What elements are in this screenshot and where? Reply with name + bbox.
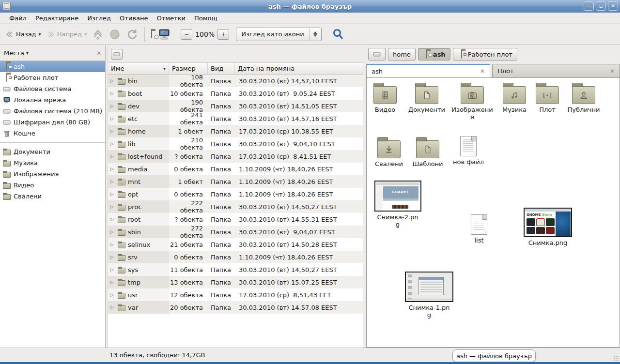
table-row-opt[interactable]: ▷opt0 обектаПапка1.10.2009 (чт) 18,40,26… bbox=[108, 188, 363, 200]
icon-item-нов файл[interactable]: нов файл bbox=[447, 136, 490, 166]
table-row-var[interactable]: ▷var20 обектаПапка30.03.2010 (вт) 14,57,… bbox=[108, 301, 363, 314]
table-row-etc[interactable]: ▷etc241 обектаПапка30.03.2010 (вт) 14,57… bbox=[108, 112, 363, 125]
expander-icon[interactable]: ▷ bbox=[110, 292, 115, 297]
expander-icon[interactable]: ▷ bbox=[110, 104, 115, 108]
tree-root-button[interactable] bbox=[111, 49, 123, 60]
icon-item-Снимка-1.png[interactable]: Снимка-1.png bbox=[403, 272, 455, 318]
icon-item-Свалени[interactable]: Свалени bbox=[370, 136, 408, 167]
table-row-mnt[interactable]: ▷mnt1 обектПапка1.10.2009 (чт) 18,40,26 … bbox=[108, 175, 363, 188]
table-row-sys[interactable]: ▷sys11 обектаПапка30.03.2010 (вт) 14,50,… bbox=[108, 263, 363, 276]
breadcrumb-home[interactable]: home bbox=[388, 48, 416, 61]
icon-item-Плот[interactable]: Плот bbox=[528, 82, 566, 113]
close-button[interactable]: ✕ bbox=[608, 1, 618, 11]
sidebar-item-Изображения[interactable]: Изображения bbox=[0, 168, 105, 180]
table-row-bin[interactable]: ▷bin108 обектаПапка30.03.2010 (вт) 14,57… bbox=[108, 75, 363, 87]
tab-ash[interactable]: ash✕ bbox=[366, 64, 490, 77]
forward-button[interactable]: Напред ▾ bbox=[44, 28, 90, 41]
up-button[interactable] bbox=[90, 26, 106, 43]
breadcrumb-ash[interactable]: ash bbox=[418, 48, 450, 61]
table-row-media[interactable]: ▷media0 обектаПапка1.10.2009 (чт) 18,40,… bbox=[108, 163, 363, 175]
view-mode-select[interactable]: Изглед като икони bbox=[236, 28, 322, 41]
breadcrumb-Работен плот[interactable]: Работен плот bbox=[453, 48, 517, 61]
column-header-name[interactable]: Име ▾ bbox=[108, 63, 169, 74]
minimize-button[interactable]: — bbox=[584, 1, 594, 11]
table-row-usr[interactable]: ▷usr12 обектаПапка17.03.2010 (ср) 8,51,4… bbox=[108, 288, 363, 301]
expander-icon[interactable]: ▷ bbox=[110, 116, 115, 121]
menu-item-4[interactable]: Отметки bbox=[152, 13, 189, 23]
expander-icon[interactable]: ▷ bbox=[110, 91, 115, 96]
table-row-dev[interactable]: ▷dev190 обектаПапка30.03.2010 (вт) 14,51… bbox=[108, 100, 363, 112]
icon-item-Изображения[interactable]: Изображения bbox=[451, 82, 494, 121]
taskbar-window-chip[interactable]: ash — файлов браузър bbox=[452, 349, 536, 362]
zoom-out-button[interactable]: − bbox=[181, 29, 192, 40]
sidebar-item-Свалени[interactable]: Свалени bbox=[0, 191, 105, 202]
icon-view[interactable]: ВидеоДокументиИзображенияМузикаПлотПубли… bbox=[366, 77, 620, 348]
titlebar[interactable]: ash — файлов браузър — ▫ ✕ bbox=[0, 0, 620, 13]
table-row-sbin[interactable]: ▷sbin272 обектаПапка30.03.2010 (вт) 9,04… bbox=[108, 226, 363, 238]
menu-item-5[interactable]: Помощ bbox=[190, 13, 222, 23]
sidebar-title[interactable]: Места bbox=[4, 49, 24, 57]
table-row-tmp[interactable]: ▷tmp13 обектаПапка30.03.2010 (вт) 15,07,… bbox=[108, 276, 363, 288]
sidebar-item-Локална мрежа[interactable]: Локална мрежа bbox=[0, 94, 105, 106]
menu-item-3[interactable]: Отиване bbox=[115, 13, 152, 23]
sidebar-item-ash[interactable]: ash bbox=[0, 61, 105, 72]
stop-button[interactable] bbox=[106, 26, 124, 43]
menu-item-2[interactable]: Изглед bbox=[83, 13, 115, 23]
search-button[interactable] bbox=[329, 26, 347, 43]
table-row-proc[interactable]: ▷proc222 обектаПапка30.03.2010 (вт) 14,5… bbox=[108, 200, 363, 213]
expander-icon[interactable]: ▷ bbox=[110, 154, 115, 159]
expander-icon[interactable]: ▷ bbox=[110, 255, 115, 259]
icon-item-Публични[interactable]: Публични bbox=[562, 82, 605, 113]
icon-item-list[interactable]: list bbox=[460, 214, 498, 244]
icon-item-Снимка-2.png[interactable]: GUADECСнимка-2.png bbox=[372, 181, 423, 228]
sidebar-item-Файлова система[interactable]: Файлова система bbox=[0, 83, 105, 94]
expander-icon[interactable]: ▷ bbox=[110, 78, 115, 83]
tab-Плот[interactable]: Плот✕ bbox=[492, 64, 620, 77]
icon-item-Шаблони[interactable]: Шаблони bbox=[408, 136, 447, 167]
tab-close-icon[interactable]: ✕ bbox=[476, 68, 485, 75]
expander-icon[interactable]: ▷ bbox=[110, 167, 115, 171]
back-history-chevron-icon[interactable]: ▾ bbox=[39, 31, 41, 37]
breadcrumb-root[interactable] bbox=[368, 48, 386, 61]
column-header-kind[interactable]: Вид bbox=[208, 63, 235, 74]
zoom-in-button[interactable]: + bbox=[217, 29, 229, 40]
expander-icon[interactable]: ▷ bbox=[110, 280, 115, 285]
expander-icon[interactable]: ▷ bbox=[110, 305, 115, 310]
sidebar-item-Файлова система (210 MB)[interactable]: Файлова система (210 MB) bbox=[0, 106, 105, 117]
column-header-size[interactable]: Размер bbox=[169, 63, 208, 74]
table-row-root[interactable]: ▷root? обектаПапка30.03.2010 (вт) 14,55,… bbox=[108, 213, 363, 226]
expander-icon[interactable]: ▷ bbox=[110, 217, 115, 222]
icon-item-Видео[interactable]: Видео bbox=[367, 82, 403, 113]
sidebar-close-icon[interactable]: ✕ bbox=[96, 50, 101, 57]
sidebar-item-Видео[interactable]: Видео bbox=[0, 180, 105, 191]
table-row-lost+found[interactable]: ▷lost+found? обектаПапка17.03.2010 (ср) … bbox=[108, 150, 363, 163]
menu-item-0[interactable]: Файл bbox=[5, 13, 31, 23]
column-header-date[interactable]: Дата на промяна bbox=[235, 63, 363, 74]
home-button[interactable] bbox=[148, 28, 155, 40]
tab-close-icon[interactable]: ✕ bbox=[606, 68, 615, 75]
icon-item-Снимка.png[interactable]: GNOME StoreСнимка.png bbox=[522, 208, 574, 246]
maximize-button[interactable]: ▫ bbox=[596, 1, 606, 11]
sidebar-item-Документи[interactable]: Документи bbox=[0, 146, 105, 157]
expander-icon[interactable]: ▷ bbox=[110, 204, 115, 209]
resize-grip[interactable] bbox=[613, 355, 619, 361]
sidebar-item-Шифриран дял (80 GB)[interactable]: Шифриран дял (80 GB) bbox=[0, 117, 105, 128]
table-row-home[interactable]: ▷home1 обектПапка17.03.2010 (ср) 10,38,5… bbox=[108, 125, 363, 137]
expander-icon[interactable]: ▷ bbox=[110, 129, 115, 134]
expander-icon[interactable]: ▷ bbox=[110, 229, 115, 234]
expander-icon[interactable]: ▷ bbox=[110, 192, 115, 197]
icon-item-Документи[interactable]: Документи bbox=[405, 82, 448, 113]
reload-button[interactable] bbox=[124, 26, 141, 43]
expander-icon[interactable]: ▷ bbox=[110, 267, 115, 272]
table-row-lib[interactable]: ▷lib210 обектаПапка30.03.2010 (вт) 9,04,… bbox=[108, 137, 363, 150]
combo-spinner-icon[interactable] bbox=[310, 31, 321, 37]
menu-item-1[interactable]: Редактиране bbox=[31, 13, 83, 23]
table-row-boot[interactable]: ▷boot10 обектаПапка30.03.2010 (вт) 9,05,… bbox=[108, 87, 363, 100]
sidebar-title-chevron-icon[interactable]: ▾ bbox=[26, 50, 29, 56]
table-row-selinux[interactable]: ▷selinux21 обектаПапка30.03.2010 (вт) 14… bbox=[108, 238, 363, 251]
back-button[interactable]: Назад ▾ bbox=[3, 28, 44, 41]
sidebar-item-Работен плот[interactable]: Работен плот bbox=[0, 72, 105, 83]
expander-icon[interactable]: ▷ bbox=[110, 242, 115, 247]
expander-icon[interactable]: ▷ bbox=[110, 179, 115, 184]
table-row-srv[interactable]: ▷srv0 обектаПапка1.10.2009 (чт) 18,40,26… bbox=[108, 251, 363, 263]
